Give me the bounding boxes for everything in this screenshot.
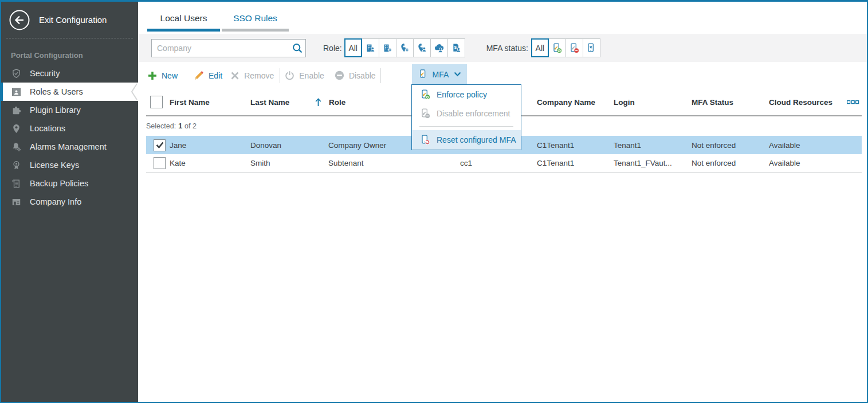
- mfa-disable-icon: [419, 108, 431, 119]
- filter-bar: Role: All $: [138, 34, 867, 62]
- selected-notch: [131, 84, 138, 100]
- menu-item-disable-enforcement[interactable]: Disable enforcement: [412, 104, 521, 123]
- sidebar-item-alarms-management[interactable]: Alarms Management: [1, 138, 138, 156]
- cell-company-name: C1Tenant1: [537, 141, 614, 150]
- tab-underline: [147, 29, 220, 32]
- map-pin-icon: [11, 123, 22, 134]
- new-button[interactable]: New: [148, 71, 178, 80]
- sidebar-item-label: Alarms Management: [30, 142, 107, 151]
- sidebar-item-plugin-library[interactable]: Plugin Library: [1, 101, 138, 119]
- sidebar-item-label: License Keys: [30, 161, 79, 170]
- sidebar-nav: Security Roles & Users Plugin Library: [1, 64, 138, 211]
- cell-first-name: Jane: [170, 141, 250, 150]
- tab-label: SSO Rules: [233, 13, 277, 29]
- bell-gear-icon: [11, 142, 22, 152]
- role-filter-location-gear-button[interactable]: [396, 38, 414, 57]
- tab-underline: [222, 29, 289, 32]
- mfa-dropdown-menu: Enforce policy Disable enforcement Reset…: [411, 84, 521, 150]
- sidebar-item-roles-users[interactable]: Roles & Users: [1, 83, 138, 101]
- select-all-checkbox[interactable]: [150, 96, 163, 108]
- puzzle-icon: [11, 105, 22, 116]
- cell-cloud-resources: Available: [769, 159, 847, 167]
- sidebar-item-label: Locations: [30, 124, 65, 133]
- cell-first-name: Kate: [170, 159, 250, 167]
- mfa-status-filter-label: MFA status:: [486, 44, 528, 53]
- chevron-down-icon: [454, 72, 461, 77]
- x-icon: [230, 71, 239, 80]
- mfa-filter-enforced-button[interactable]: [548, 38, 566, 57]
- search-icon[interactable]: [289, 42, 305, 54]
- menu-separator: [419, 126, 513, 127]
- mfa-enforce-icon: [419, 89, 431, 100]
- sort-ascending-icon: [315, 98, 321, 107]
- table-row[interactable]: Kate Smith Subtenant cc1 C1Tenant1 Tenan…: [146, 154, 862, 173]
- cell-company-name: C1Tenant1: [537, 159, 614, 167]
- cell-extra: cc1: [460, 159, 537, 167]
- power-icon: [285, 71, 294, 80]
- tab-sso-rules[interactable]: SSO Rules: [222, 13, 289, 34]
- pencil-icon: [194, 71, 204, 81]
- license-ribbon-icon: [11, 160, 22, 171]
- plus-icon: [148, 71, 157, 80]
- remove-button[interactable]: Remove: [230, 71, 274, 80]
- role-filter-label: Role:: [323, 44, 342, 53]
- tab-local-users[interactable]: Local Users: [147, 13, 220, 34]
- cell-cloud-resources: Available: [769, 141, 847, 150]
- sidebar-item-company-info[interactable]: Company Info: [1, 193, 138, 211]
- menu-item-reset-configured-mfa[interactable]: Reset configured MFA: [412, 130, 521, 150]
- tab-bar: Local Users SSO Rules: [138, 2, 867, 34]
- search-input[interactable]: [152, 44, 289, 53]
- role-filter-billing-user-button[interactable]: $: [447, 38, 465, 57]
- column-header-mfa-status[interactable]: MFA Status: [692, 98, 769, 107]
- search-box: [151, 39, 306, 57]
- sidebar-item-label: Plugin Library: [30, 105, 81, 115]
- role-filter-company-gear-button[interactable]: [379, 38, 396, 57]
- disable-icon: [335, 71, 344, 80]
- row-checkbox[interactable]: [154, 157, 166, 169]
- mfa-filter-group: All: [531, 38, 600, 57]
- column-options-icon[interactable]: [847, 100, 859, 104]
- mfa-filter-all-button[interactable]: All: [531, 38, 549, 57]
- toolbar-separator: [280, 68, 280, 83]
- column-header-company-name[interactable]: Company Name: [537, 98, 614, 107]
- mfa-phone-icon: [418, 69, 429, 80]
- cell-last-name: Smith: [250, 159, 315, 167]
- mfa-dropdown-button[interactable]: MFA: [412, 64, 468, 84]
- shield-icon: [11, 68, 22, 79]
- column-header-login[interactable]: Login: [614, 98, 692, 107]
- mfa-filter-not-configured-button[interactable]: [583, 38, 600, 57]
- exit-configuration-button[interactable]: Exit Configuration: [1, 2, 138, 38]
- sidebar-item-backup-policies[interactable]: Backup Policies: [1, 174, 138, 193]
- role-filter-company-user-button[interactable]: [362, 38, 379, 57]
- mfa-filter-disabled-button[interactable]: [565, 38, 583, 57]
- company-card-icon: [11, 197, 22, 208]
- enable-button[interactable]: Enable: [285, 71, 324, 80]
- column-header-first-name[interactable]: First Name: [170, 98, 250, 107]
- sidebar-item-locations[interactable]: Locations: [1, 119, 138, 138]
- menu-item-enforce-policy[interactable]: Enforce policy: [412, 85, 521, 104]
- back-arrow-icon: [9, 9, 30, 31]
- sidebar-item-security[interactable]: Security: [1, 64, 138, 83]
- edit-button[interactable]: Edit: [194, 71, 222, 81]
- sidebar-item-label: Security: [30, 69, 60, 78]
- role-filter-cloud-user-button[interactable]: [430, 38, 448, 57]
- main-panel: Local Users SSO Rules Role: All: [138, 2, 867, 402]
- sidebar-item-label: Company Info: [30, 197, 81, 206]
- cell-role: Subtenant: [315, 159, 460, 167]
- cell-mfa-status: Not enforced: [692, 141, 769, 150]
- exit-configuration-label: Exit Configuration: [39, 15, 107, 25]
- disable-button[interactable]: Disable: [335, 71, 376, 80]
- cell-login: Tenant1: [614, 141, 692, 150]
- column-header-cloud-resources[interactable]: Cloud Resources: [769, 98, 847, 107]
- cell-last-name: Donovan: [250, 141, 315, 150]
- role-filter-location-user-button[interactable]: [413, 38, 431, 57]
- tab-label: Local Users: [160, 13, 207, 29]
- sidebar-item-license-keys[interactable]: License Keys: [1, 156, 138, 174]
- row-checkbox-checked[interactable]: [154, 139, 166, 151]
- mfa-reset-icon: [419, 134, 431, 146]
- column-header-last-name[interactable]: Last Name: [250, 98, 315, 107]
- policy-scroll-icon: [11, 178, 22, 189]
- toolbar-separator: [380, 68, 381, 83]
- sidebar-item-label: Backup Policies: [30, 179, 88, 188]
- role-filter-all-button[interactable]: All: [344, 38, 362, 57]
